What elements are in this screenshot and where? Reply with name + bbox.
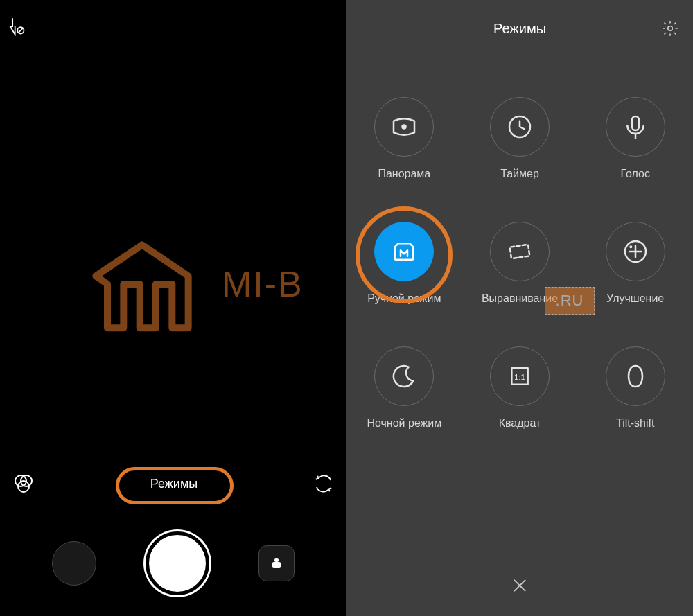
svg-point-7	[668, 26, 673, 31]
mode-item-tiltshift[interactable]: Tilt-shift	[606, 346, 665, 430]
svg-line-1	[18, 28, 23, 33]
flash-off-icon[interactable]	[7, 17, 26, 36]
svg-point-8	[403, 125, 406, 129]
mode-item-voice[interactable]: Голос	[606, 97, 665, 180]
mode-label: Ночной режим	[367, 417, 441, 430]
mode-item-square[interactable]: 1:1Квадрат	[490, 346, 550, 430]
mode-label: Панорама	[378, 168, 430, 180]
svg-rect-5	[272, 562, 281, 568]
svg-point-14	[630, 247, 631, 248]
modes-panel-title: Режимы	[346, 21, 693, 37]
straighten-icon	[490, 222, 550, 281]
square-icon: 1:1	[490, 346, 550, 406]
svg-rect-10	[632, 116, 639, 130]
mode-label: Голос	[620, 168, 650, 180]
tiltshift-icon	[606, 346, 665, 406]
camera-mode-bar: Режимы	[0, 463, 346, 504]
mode-item-enhance[interactable]: Улучшение	[606, 222, 665, 305]
highlight-ring-icon	[356, 206, 453, 303]
camera-viewfinder-screen: MI-B Режимы	[0, 0, 346, 616]
filters-icon[interactable]	[12, 473, 35, 495]
panorama-icon	[374, 97, 434, 157]
night-icon	[374, 346, 434, 406]
shutter-button[interactable]	[146, 531, 209, 595]
watermark-ru-badge: .RU	[545, 287, 595, 315]
highlight-ring-icon	[116, 467, 234, 504]
watermark-text: MI-B	[222, 263, 304, 305]
mode-item-manual[interactable]: Ручной режим	[367, 222, 441, 305]
video-mode-button[interactable]	[258, 545, 295, 581]
svg-rect-12	[510, 245, 530, 258]
enhance-icon	[606, 222, 665, 281]
settings-icon[interactable]	[661, 19, 679, 37]
svg-rect-6	[274, 558, 279, 562]
switch-camera-icon[interactable]	[313, 473, 334, 494]
mode-label: Таймер	[500, 168, 539, 180]
timer-icon	[490, 97, 550, 157]
modes-button[interactable]: Режимы	[150, 477, 198, 491]
voice-icon	[606, 97, 665, 157]
watermark-logo	[83, 236, 201, 340]
mode-item-panorama[interactable]: Панорама	[374, 97, 434, 180]
close-button[interactable]	[510, 576, 529, 595]
mode-label: Квадрат	[499, 417, 541, 430]
mode-label: Tilt-shift	[616, 417, 654, 430]
camera-action-bar	[0, 531, 346, 595]
mode-label: Улучшение	[606, 292, 664, 305]
svg-text:1:1: 1:1	[514, 372, 525, 381]
modes-panel: Режимы ПанорамаТаймерГолосРучной режимВы…	[346, 0, 693, 616]
gallery-thumbnail[interactable]	[52, 541, 96, 586]
mode-item-timer[interactable]: Таймер	[490, 97, 550, 180]
mode-item-night[interactable]: Ночной режим	[367, 346, 441, 430]
